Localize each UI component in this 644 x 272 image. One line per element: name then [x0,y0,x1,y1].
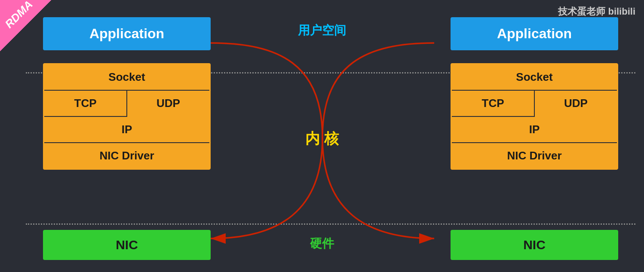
left-socket-box: Socket [44,64,209,91]
left-stack: Application Socket TCP UDP IP NIC Driver [43,17,211,170]
left-tcp-udp-row: TCP UDP [44,91,209,117]
hardware-label: 硬件 [310,235,334,252]
left-application-box: Application [43,17,211,50]
right-stack: Application Socket TCP UDP IP NIC Driver [451,17,618,170]
left-nic-box: NIC [43,230,211,260]
right-tcp-box: TCP [452,91,535,117]
left-udp-box: UDP [127,91,209,117]
right-protocol-stack: Socket TCP UDP IP NIC Driver [451,63,618,170]
right-application-box: Application [451,17,618,50]
watermark-label: 技术蛋老师 bilibili [558,5,635,18]
right-nic-driver-box: NIC Driver [452,143,617,168]
left-tcp-box: TCP [44,91,127,117]
left-ip-box: IP [44,117,209,143]
right-nic-box: NIC [451,230,618,260]
left-nic-driver-box: NIC Driver [44,143,209,168]
right-socket-box: Socket [452,64,617,91]
kernel-label: 内 核 [305,129,338,149]
left-protocol-stack: Socket TCP UDP IP NIC Driver [43,63,211,170]
right-tcp-udp-row: TCP UDP [452,91,617,117]
right-udp-box: UDP [535,91,617,117]
right-ip-box: IP [452,117,617,143]
kernel-hardware-divider [26,223,635,225]
user-space-label: 用户空间 [298,22,346,39]
